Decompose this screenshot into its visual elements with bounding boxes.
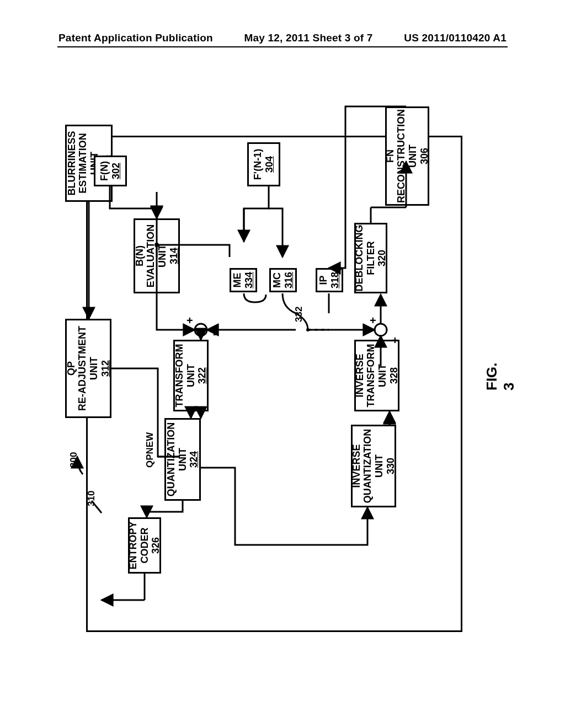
svg-line-2 bbox=[92, 501, 102, 513]
svg-point-16 bbox=[306, 328, 310, 331]
wiring bbox=[58, 71, 507, 639]
header-rule bbox=[57, 46, 508, 47]
svg-point-0 bbox=[195, 324, 207, 336]
diagram-canvas: BLURRINESS ESTIMATION UNIT 308 QP RE-ADJ… bbox=[58, 71, 507, 639]
header-center: May 12, 2011 Sheet 3 of 7 bbox=[244, 32, 372, 44]
page-header: Patent Application Publication May 12, 2… bbox=[0, 32, 565, 44]
svg-line-32 bbox=[147, 501, 183, 517]
page: Patent Application Publication May 12, 2… bbox=[0, 0, 565, 728]
svg-point-1 bbox=[375, 324, 387, 336]
svg-line-42 bbox=[371, 206, 407, 223]
header-right: US 2011/0110420 A1 bbox=[404, 32, 507, 44]
header-left: Patent Application Publication bbox=[58, 32, 213, 44]
